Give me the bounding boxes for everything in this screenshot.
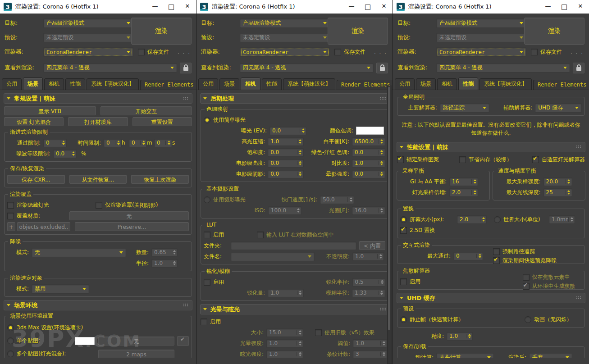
radio-circle[interactable] [525,316,531,323]
rollout-collapse-icon[interactable] [203,97,207,100]
radio-button[interactable]: 使用简单曝光 [204,116,246,124]
spin-up-icon[interactable] [482,217,485,219]
spin-up-icon[interactable] [474,179,476,181]
spin-down-icon[interactable] [299,164,301,165]
checkbox[interactable]: 仅在焦散元素中 [523,273,570,281]
checkbox-box[interactable] [315,329,322,336]
button[interactable]: < 内置 [359,241,385,250]
dropdown[interactable]: 禁用 [32,284,89,294]
spinner[interactable]: 3 [353,350,387,358]
minimize-button[interactable] [347,3,356,11]
spinner-arrows-icon[interactable] [379,172,385,176]
rollout-header[interactable]: 性能设置 | 萌妹 [397,142,585,152]
tab-3[interactable]: 性能 [262,78,282,90]
dropdown[interactable]: 路径追踪 [440,103,489,113]
save-file-checkbox[interactable]: 保存文件 [138,48,169,56]
button[interactable]: Preserve... [75,222,189,231]
renderer-dropdown[interactable]: CoronaRenderer [240,47,330,57]
spin-down-icon[interactable] [350,200,352,202]
spinner[interactable]: 0.0 [269,127,306,135]
rollout-collapse-icon[interactable] [7,304,10,306]
checkbox[interactable]: 从环境中生成焦散 [523,282,575,290]
checkbox[interactable]: 渲染期间快速预览降噪 [493,257,557,264]
spin-up-icon[interactable] [380,291,383,292]
spin-down-icon[interactable] [567,182,570,184]
spinner[interactable]: 2.0 [449,188,478,197]
checkbox-box[interactable] [493,257,500,264]
spinner-arrows-icon[interactable] [165,141,172,145]
browse-dots-button[interactable]: . . . [571,49,584,55]
spinner[interactable]: 25 [543,188,572,197]
target-dropdown[interactable]: 产品级渲染模式 [240,18,330,28]
tab-2[interactable]: 相机 [241,77,260,90]
button[interactable]: + [7,222,15,231]
spin-down-icon[interactable] [299,344,301,346]
spinner[interactable]: 0.0 [268,148,304,157]
spin-up-icon[interactable] [381,280,384,282]
titlebar[interactable]: 渲染设置: Corona 6 (Hotfix 1) [393,0,589,14]
spin-down-icon[interactable] [297,211,300,213]
checkbox-box[interactable] [400,227,407,234]
radio-circle[interactable] [204,196,210,203]
dropdown[interactable]: 无 [32,248,126,257]
viewport-lock-button[interactable] [573,63,584,73]
checkbox-box[interactable] [397,156,404,163]
spinner-arrows-icon[interactable] [380,352,387,356]
spinner[interactable]: 0.0 [268,159,304,168]
radio-button[interactable]: 世界大小(单位) [494,216,549,223]
browse-dots-button[interactable]: . . . [374,49,388,55]
tab-4[interactable]: 系统【萌妹汉化】 [87,78,139,90]
spinner-arrows-icon[interactable] [297,161,303,165]
tab-1[interactable]: 场景 [219,78,239,90]
spin-down-icon[interactable] [299,355,301,356]
spinner[interactable]: 1.0 [352,159,385,168]
tab-1[interactable]: 场景 [23,77,43,90]
spin-up-icon[interactable] [567,190,570,192]
spin-up-icon[interactable] [567,179,570,181]
spinner-arrows-icon[interactable] [297,139,303,144]
spin-down-icon[interactable] [379,257,382,259]
spin-up-icon[interactable] [117,141,120,142]
viewport-lock-button[interactable] [180,63,192,73]
spinner[interactable]: 2.0 [457,215,487,224]
tab-0[interactable]: 公用 [395,78,415,90]
spin-down-icon[interactable] [383,355,385,356]
spinner[interactable]: 1.0 [268,137,304,146]
render-button[interactable]: 渲染 [524,18,584,45]
spin-down-icon[interactable] [173,253,176,255]
spinner[interactable]: 0.0 [268,170,304,178]
spin-down-icon[interactable] [479,256,481,258]
tab-0[interactable]: 公用 [2,78,22,90]
checkbox-box[interactable] [257,232,264,238]
spinner[interactable]: 1.0 [353,339,387,348]
spin-up-icon[interactable] [380,150,383,152]
color-swatch[interactable] [356,127,384,135]
spinner-arrows-icon[interactable] [297,172,303,176]
checkbox-box[interactable] [400,278,407,285]
spinner-arrows-icon[interactable] [171,261,177,265]
spin-up-icon[interactable] [168,141,170,142]
radio-circle[interactable] [7,337,14,344]
maximize-button[interactable] [166,3,176,11]
spinner-arrows-icon[interactable] [379,291,385,295]
spin-down-icon[interactable] [380,164,383,165]
spin-up-icon[interactable] [299,172,301,173]
spin-down-icon[interactable] [299,174,301,176]
tab-1[interactable]: 场景 [416,78,436,90]
checkbox-box[interactable] [138,49,145,55]
button[interactable]: 恢复上次渲染 [131,175,189,184]
button[interactable]: 重置设置 [132,117,192,126]
checkbox-box[interactable] [204,232,210,238]
tab-4[interactable]: 系统【萌妹汉化】 [479,78,532,90]
spin-up-icon[interactable] [299,150,301,152]
render-button[interactable]: 渲染 [328,18,388,45]
tab-5[interactable]: Render Elements [337,80,393,90]
scrollbar-thumb[interactable] [388,87,390,330]
spin-up-icon[interactable] [380,172,383,173]
spin-up-icon[interactable] [299,352,301,354]
spinner[interactable]: 0 [104,139,122,147]
spinner-arrows-icon[interactable] [466,334,472,338]
spinner[interactable]: 0.0 [352,148,385,157]
spin-up-icon[interactable] [379,254,382,256]
spinner-arrows-icon[interactable] [297,352,303,356]
